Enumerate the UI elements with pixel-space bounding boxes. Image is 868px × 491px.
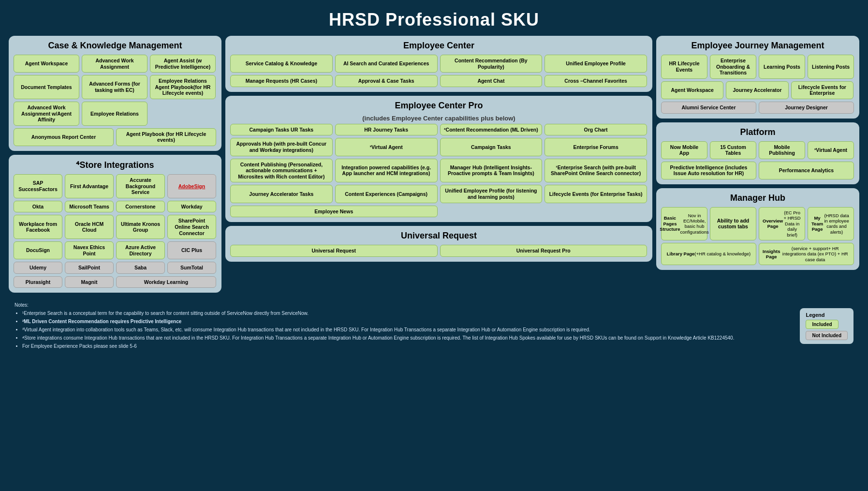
page-title: HRSD Professional SKU: [5, 5, 863, 36]
legend-box: Legend Included Not Included: [800, 308, 853, 344]
chip-enterprise-search: ¹Enterprise Search (with pre-built Share…: [544, 159, 647, 183]
legend-title: Legend: [806, 312, 848, 318]
chip-content-experiences: Content Experiences (Campaigns): [335, 185, 438, 203]
employee-center-chips: Service Catalog & Knowledge AI Search an…: [230, 55, 647, 87]
store-integrations-chips: SAP SuccessFactors First Advantage Accur…: [14, 174, 217, 288]
chip-sailpoint: SailPoint: [65, 262, 114, 274]
chip-manage-requests: Manage Requests (HR Cases): [230, 75, 333, 87]
chip-employee-news: Employee News: [230, 206, 438, 218]
chip-custom-tables: 15 Custom Tables: [710, 141, 756, 159]
chip-integration-powered: Integration powered capabilities (e.g. A…: [335, 159, 438, 183]
note-3: ³Virtual Agent integration into collabor…: [22, 326, 853, 333]
chip-workday-learning: Workday Learning: [116, 276, 216, 288]
right-column: Employee Journey Management HR Lifecycle…: [656, 36, 859, 293]
chip-agent-playbook: Agent Playbook (for HR Lifecycle events): [116, 128, 216, 146]
chip-er-agent-playbook: Employee Relations Agent Playbook(for HR…: [150, 75, 216, 99]
chip-adobesign: AdobeSign: [167, 174, 216, 198]
case-knowledge-title: Case & Knowledge Management: [14, 41, 217, 51]
chip-cic-plus: CIC Plus: [167, 241, 216, 259]
chip-docusign: DocuSign: [14, 241, 62, 259]
chip-hr-lifecycle-events: HR Lifecycle Events: [661, 55, 707, 79]
chip-learning-posts: Learning Posts: [759, 55, 805, 79]
employee-journey-title: Employee Journey Management: [661, 41, 854, 51]
chip-advanced-work-assignment: Advanced Work Assignment: [82, 55, 147, 73]
chip-uko: Ultimate Kronos Group: [116, 215, 165, 239]
notes-section: Notes: ¹Enterprise Search is a conceptua…: [9, 298, 859, 354]
middle-column: Employee Center Service Catalog & Knowle…: [225, 36, 652, 293]
chip-workday: Workday: [167, 201, 216, 213]
manager-hub-title: Manager Hub: [661, 193, 854, 203]
platform-title: Platform: [661, 127, 854, 137]
chip-manager-hub-ecp: Manager Hub (Intelligent Insights- Proac…: [440, 159, 543, 183]
employee-center-title: Employee Center: [230, 41, 647, 51]
chip-journey-designer: Journey Designer: [759, 102, 854, 114]
chip-virtual-agent-plat: ³Virtual Agent: [808, 141, 854, 159]
chip-service-catalog: Service Catalog & Knowledge: [230, 55, 333, 73]
chip-anonymous-report: Anonymous Report Center: [14, 128, 114, 146]
universal-request-chips: Universal Request Universal Request Pro: [230, 245, 647, 257]
case-knowledge-section: Case & Knowledge Management Agent Worksp…: [9, 36, 221, 151]
chip-navex: Navex Ethics Point: [65, 241, 114, 259]
chip-campaign-tasks-ecp: Campaign Tasks: [440, 138, 543, 156]
chip-microsoft-teams: Microsoft Teams: [65, 201, 114, 213]
employee-journey-section: Employee Journey Management HR Lifecycle…: [656, 36, 859, 119]
platform-chips: Now Mobile App 15 Custom Tables Mobile P…: [661, 141, 854, 179]
chip-approvals-hub: Approvals Hub (with pre-built Concur and…: [230, 138, 333, 156]
chip-performance-analytics: Performance Analytics: [759, 162, 854, 179]
chip-add-custom-tabs: Ability to add custom tabs: [710, 207, 756, 240]
chip-my-team-page: My Team Page(HRSD data in employee cards…: [808, 207, 854, 240]
store-integrations-section: ⁴Store Integrations SAP SuccessFactors F…: [9, 155, 221, 293]
chip-ai-search: AI Search and Curated Experiences: [335, 55, 438, 73]
chip-cross-channel: Cross –Channel Favorites: [544, 75, 647, 87]
universal-request-section: Universal Request Universal Request Univ…: [225, 226, 652, 262]
chip-sap: SAP SuccessFactors: [14, 174, 62, 198]
notes-list: ¹Enterprise Search is a conceptual term …: [22, 310, 853, 350]
employee-center-pro-chips: Campaign Tasks UR Tasks HR Journey Tasks…: [230, 124, 647, 217]
notes-header: Notes:: [15, 301, 853, 309]
universal-request-title: Universal Request: [230, 231, 647, 241]
chip-content-publishing: Content Publishing (Personalized, action…: [230, 159, 333, 183]
chip-listening-posts: Listening Posts: [808, 55, 854, 79]
chip-lifecycle-enterprise-ej: Lifecycle Events for Enterprise: [791, 81, 853, 99]
employee-center-section: Employee Center Service Catalog & Knowle…: [225, 36, 652, 92]
legend-not-included-row: Not Included: [806, 331, 848, 340]
chip-plurasight: Plurasight: [14, 276, 62, 288]
chip-predictive-intelligence: Predictive Intelligence (includes Issue …: [661, 162, 756, 179]
chip-journey-accelerator: Journey Accelerator: [726, 81, 788, 99]
chip-org-chart: Org Chart: [544, 124, 647, 136]
chip-insights-page: Insights Page(service + support+ HR inte…: [759, 243, 854, 265]
chip-document-templates: Document Templates: [14, 75, 79, 99]
chip-library-page: Library Page(+HR catalog & knowledge): [661, 243, 756, 265]
chip-content-rec-ml: ²Content Recommendation (ML Driven): [440, 124, 543, 136]
chip-approval-case-tasks: Approval & Case Tasks: [335, 75, 438, 87]
chip-enterprise-onboarding: Enterprise Onboarding & Transitions: [710, 55, 756, 79]
chip-oracle-hcm: Oracle HCM Cloud: [65, 215, 114, 239]
chip-universal-request-pro: Universal Request Pro: [440, 245, 647, 257]
chip-awa-agent-affinity: Advanced Work Assignment w/Agent Affinit…: [14, 102, 79, 126]
note-5: For Employee Experience Packs please see…: [22, 342, 853, 350]
chip-agent-chat: Agent Chat: [440, 75, 543, 87]
chip-advanced-forms: Advanced Forms (for tasking with EC): [82, 75, 147, 99]
chip-accurate-bg: Accurate Background Service: [116, 174, 165, 198]
manager-hub-chips: Basic Pages StructureNov in EC/Mobile, b…: [661, 207, 854, 265]
chip-campaign-tasks-ur: Campaign Tasks UR Tasks: [230, 124, 333, 136]
chip-enterprise-forums: Enterprise Forums: [544, 138, 647, 156]
note-2: ²ML Driven Content Recommendation requir…: [22, 318, 853, 325]
platform-section: Platform Now Mobile App 15 Custom Tables…: [656, 122, 859, 184]
chip-employee-relations: Employee Relations: [82, 102, 147, 126]
chip-virtual-agent-ecp: ³Virtual Agent: [335, 138, 438, 156]
chip-mobile-publishing: Mobile Publishing: [759, 141, 805, 159]
chip-universal-request: Universal Request: [230, 245, 438, 257]
note-1: ¹Enterprise Search is a conceptual term …: [22, 310, 853, 317]
bottom-area: Notes: ¹Enterprise Search is a conceptua…: [5, 298, 863, 354]
chip-basic-pages: Basic Pages StructureNov in EC/Mobile, b…: [661, 207, 707, 240]
employee-journey-chips: HR Lifecycle Events Enterprise Onboardin…: [661, 55, 854, 114]
manager-hub-section: Manager Hub Basic Pages StructureNov in …: [656, 188, 859, 270]
chip-content-rec-popularity: Content Recommendation (By Popularity): [440, 55, 543, 73]
chip-unified-profile-listen: Unified Employee Profile (for listening …: [440, 185, 543, 203]
chip-now-mobile: Now Mobile App: [661, 141, 707, 159]
chip-unified-employee-profile: Unified Employee Profile: [544, 55, 647, 73]
employee-center-pro-section: Employee Center Pro (includes Employee C…: [225, 96, 652, 222]
chip-azure-ad: Azure Active Directory: [116, 241, 165, 259]
chip-udemy: Udemy: [14, 262, 62, 274]
